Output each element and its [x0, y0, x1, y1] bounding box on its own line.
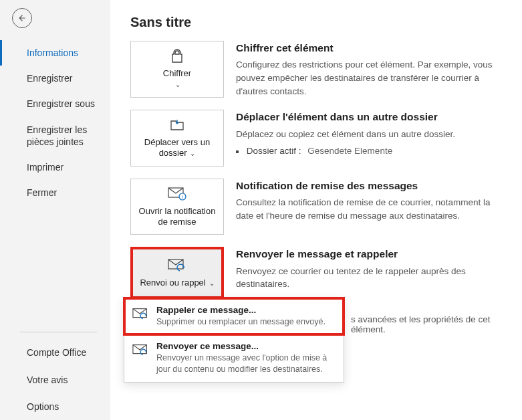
- envelope-recall-icon: [168, 257, 186, 274]
- back-arrow-icon: [17, 13, 27, 23]
- tile-encrypt-label: Chiffrer: [163, 68, 191, 78]
- lock-icon: [168, 48, 186, 64]
- tile-recall-label: Renvoi ou rappel: [140, 278, 205, 288]
- tile-receipt[interactable]: i Ouvrir la notification de remise: [130, 179, 224, 235]
- encrypt-desc: Configurez des restrictions pour cet élé…: [236, 58, 509, 98]
- move-meta: Dossier actif : Gesendete Elemente: [236, 144, 509, 158]
- move-meta-value: Gesendete Elemente: [307, 146, 392, 156]
- move-desc: Déplacez ou copiez cet élément dans un a…: [236, 128, 509, 141]
- tile-move-label: Déplacer vers un dossier: [144, 137, 210, 158]
- envelope-recall-icon: [132, 307, 150, 322]
- nav-imprimer[interactable]: Imprimer: [0, 154, 110, 180]
- sidebar-nav: Informations Enregistrer Enregistrer sou…: [0, 40, 110, 205]
- nav-enregistrer[interactable]: Enregistrer: [0, 66, 110, 91]
- envelope-resend-icon: [132, 343, 150, 358]
- tile-encrypt[interactable]: Chiffrer⌄: [130, 41, 224, 98]
- receipt-desc: Consultez la notification de remise de c…: [236, 196, 509, 222]
- envelope-info-icon: i: [168, 186, 186, 202]
- menu-resend-desc: Renvoyer un message avec l'option de mis…: [156, 352, 336, 375]
- nav-options[interactable]: Options: [0, 393, 110, 420]
- recall-dropdown: Rappeler ce message... Supprimer ou remp…: [124, 298, 344, 383]
- nav-fermer[interactable]: Fermer: [0, 180, 110, 205]
- nav-enregistrer-sous[interactable]: Enregistrer sous: [0, 91, 110, 116]
- recall-heading: Renvoyer le message et rappeler: [236, 247, 509, 261]
- chevron-down-icon: ⌄: [175, 81, 180, 88]
- recall-desc: Renvoyez ce courrier ou tentez de le rap…: [236, 265, 509, 291]
- chevron-down-icon: ⌄: [207, 280, 215, 287]
- section-move: Déplacer vers un dossier ⌄ Déplacer l'él…: [130, 110, 509, 167]
- menu-recall-message[interactable]: Rappeler ce message... Supprimer ou remp…: [124, 298, 344, 334]
- encrypt-heading: Chiffrer cet élément: [236, 41, 509, 56]
- tile-recall[interactable]: Renvoi ou rappel ⌄: [130, 247, 224, 299]
- menu-resend-title: Renvoyer ce message...: [156, 341, 336, 351]
- nav-votre-avis[interactable]: Votre avis: [0, 366, 110, 393]
- move-meta-label: Dossier actif :: [247, 146, 301, 156]
- nav-informations[interactable]: Informations: [0, 40, 110, 66]
- menu-resend-message[interactable]: Renvoyer ce message... Renvoyer un messa…: [124, 334, 344, 382]
- receipt-heading: Notification de remise des messages: [236, 179, 509, 193]
- main-content: Sans titre Chiffrer⌄ Chiffrer cet élémen…: [110, 0, 522, 420]
- tile-receipt-label: Ouvrir la notification de remise: [135, 206, 219, 228]
- page-title: Sans titre: [130, 15, 509, 30]
- section-encrypt: Chiffrer⌄ Chiffrer cet élément Configure…: [130, 41, 509, 98]
- nav-compte-office[interactable]: Compte Office: [0, 339, 110, 366]
- properties-desc-fragment: s avancées et les propriétés de cet élém…: [351, 314, 522, 334]
- chevron-down-icon: ⌄: [188, 150, 196, 157]
- nav-enregistrer-pieces-jointes[interactable]: Enregistrer les pièces jointes: [0, 117, 110, 154]
- folder-move-icon: [168, 117, 186, 133]
- section-receipt: i Ouvrir la notification de remise Notif…: [130, 179, 509, 235]
- move-heading: Déplacer l'élément dans un autre dossier: [236, 110, 509, 124]
- sidebar-divider: [20, 332, 97, 332]
- back-button[interactable]: [12, 8, 32, 28]
- section-recall: Renvoi ou rappel ⌄ Renvoyer le message e…: [130, 247, 509, 299]
- menu-recall-desc: Supprimer ou remplacer un message envoyé…: [156, 316, 325, 328]
- tile-move[interactable]: Déplacer vers un dossier ⌄: [130, 110, 224, 167]
- sidebar: Informations Enregistrer Enregistrer sou…: [0, 0, 110, 420]
- sidebar-bottom: Compte Office Votre avis Options: [0, 339, 110, 420]
- menu-recall-title: Rappeler ce message...: [156, 305, 325, 315]
